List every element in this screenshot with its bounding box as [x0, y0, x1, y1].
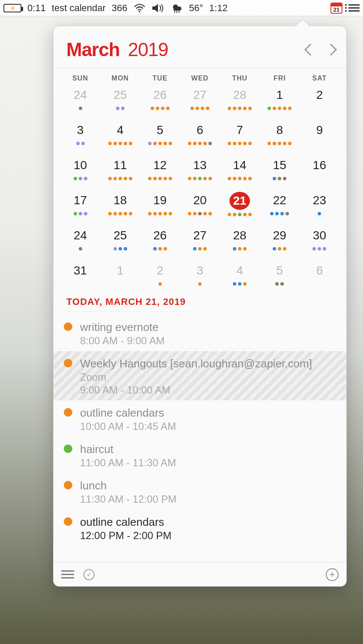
calendar-day[interactable]: 12	[140, 157, 180, 182]
calendar-day[interactable]: 25	[100, 86, 140, 111]
calendar-day[interactable]: 27	[180, 227, 220, 252]
calendar-day[interactable]: 3	[60, 122, 100, 146]
event-dot	[169, 142, 172, 145]
event-dot	[268, 142, 271, 145]
calendar-day[interactable]: 8	[260, 122, 300, 146]
event-color-dot	[64, 444, 72, 453]
calendar-day[interactable]: 10	[60, 157, 100, 182]
calendar-menubar-icon[interactable]: 21	[330, 0, 342, 16]
event-dot	[79, 247, 82, 250]
calendar-day[interactable]: 25	[100, 227, 140, 252]
event-dot	[158, 212, 162, 215]
calendar-day[interactable]: 5	[140, 122, 180, 146]
calendar-day[interactable]: 4	[220, 262, 260, 287]
calendar-day[interactable]: 21	[220, 192, 260, 217]
add-event-button[interactable]: +	[326, 568, 339, 581]
weather-temp[interactable]: 56°	[189, 3, 203, 14]
event-row[interactable]: haircut11:00 AM - 11:30 AM	[54, 437, 346, 473]
event-dot	[113, 247, 117, 250]
calendar-day[interactable]: 2	[140, 262, 180, 287]
event-row[interactable]: Weekly Hangouts [sean.loughran@zapier.co…	[54, 351, 346, 400]
calendar-day[interactable]: 7	[220, 122, 260, 146]
notification-text[interactable]: test calendar	[52, 3, 106, 14]
calendar-day[interactable]: 11	[100, 157, 140, 182]
calendar-day[interactable]: 6	[300, 262, 339, 287]
calendar-popover: March 2019 SUNMONTUEWEDTHUFRISAT 2425262…	[53, 26, 347, 587]
event-row[interactable]: writing evernote8:00 AM - 9:00 AM	[54, 315, 346, 351]
calendar-day[interactable]: 3	[180, 262, 220, 287]
event-dot	[158, 282, 162, 286]
calendar-day[interactable]: 1	[260, 86, 300, 111]
calendar-day[interactable]: 29	[260, 227, 300, 252]
event-dot	[198, 212, 202, 215]
calendar-day[interactable]: 28	[220, 86, 260, 111]
event-dot	[79, 107, 82, 110]
calendar-day[interactable]: 20	[180, 192, 220, 217]
calendar-day[interactable]: 24	[60, 227, 100, 252]
wifi-icon[interactable]	[134, 0, 146, 16]
event-dot	[193, 177, 196, 180]
event-dot	[74, 177, 77, 180]
calendar-day[interactable]: 19	[140, 192, 180, 217]
day-number: 26	[150, 227, 170, 244]
event-dots	[268, 141, 292, 146]
event-row[interactable]: outline calendars12:00 PM - 2:00 PM	[54, 510, 346, 546]
calendar-day[interactable]: 6	[180, 122, 220, 146]
calendar-day[interactable]: 5	[260, 262, 300, 287]
calendar-day[interactable]: 15	[260, 157, 300, 182]
event-dot	[108, 212, 112, 215]
calendar-day[interactable]: 28	[220, 227, 260, 252]
event-dot	[124, 247, 127, 250]
calendar-day[interactable]: 24	[60, 86, 100, 111]
tasks-button[interactable]: ✓	[83, 569, 95, 580]
event-dot	[233, 142, 236, 145]
day-number: 9	[309, 122, 330, 139]
calendar-day[interactable]: 30	[300, 227, 339, 252]
event-dot	[119, 177, 122, 180]
event-dot	[238, 282, 241, 286]
event-dot	[148, 177, 152, 180]
calendar-day[interactable]: 1	[100, 262, 140, 287]
notification-badge[interactable]: 366	[112, 3, 128, 14]
event-time: 10:00 AM - 10:45 AM	[80, 420, 336, 432]
calendar-day[interactable]: 9	[300, 122, 339, 146]
calendar-day[interactable]: 26	[140, 227, 180, 252]
next-month-button[interactable]	[325, 44, 337, 56]
calendar-day[interactable]: 16	[300, 157, 339, 182]
event-body: outline calendars10:00 AM - 10:45 AM	[80, 406, 336, 432]
day-number: 24	[70, 86, 91, 104]
calendar-day[interactable]: 13	[180, 157, 220, 182]
event-time: 8:00 AM - 9:00 AM	[80, 335, 336, 347]
event-dot	[79, 212, 82, 215]
event-row[interactable]: lunch11:30 AM - 12:00 PM	[54, 473, 346, 510]
day-number: 31	[70, 262, 91, 279]
list-menubar-icon[interactable]	[348, 0, 360, 16]
weather-icon[interactable]	[170, 0, 183, 16]
calendar-day[interactable]: 17	[60, 192, 100, 217]
calendar-day[interactable]: 26	[140, 86, 180, 111]
event-dots	[318, 212, 321, 216]
calendar-day[interactable]: 23	[300, 192, 339, 217]
calendar-day[interactable]: 2	[300, 86, 339, 111]
event-row[interactable]: outline calendars10:00 AM - 10:45 AM	[54, 400, 346, 437]
calendar-day[interactable]: 18	[100, 192, 140, 217]
calendar-title: March 2019	[66, 39, 168, 60]
prev-month-button[interactable]	[304, 44, 316, 56]
event-dot	[273, 142, 276, 145]
calendar-day[interactable]: 4	[100, 122, 140, 146]
event-dot	[275, 212, 279, 215]
event-dot	[119, 247, 122, 250]
event-dot	[74, 212, 77, 215]
calendar-day[interactable]: 22	[260, 192, 300, 217]
menubar-clock[interactable]: 1:12	[209, 3, 228, 14]
dow-label: FRI	[260, 75, 300, 82]
calendar-day[interactable]: 14	[220, 157, 260, 182]
event-dot	[198, 142, 202, 145]
calendar-day[interactable]: 31	[60, 262, 100, 287]
event-title: lunch	[80, 479, 336, 492]
volume-icon[interactable]	[152, 0, 164, 16]
event-dot	[203, 247, 207, 250]
calendar-day[interactable]: 27	[180, 86, 220, 111]
event-dot	[166, 107, 170, 110]
menu-button[interactable]	[61, 570, 74, 578]
